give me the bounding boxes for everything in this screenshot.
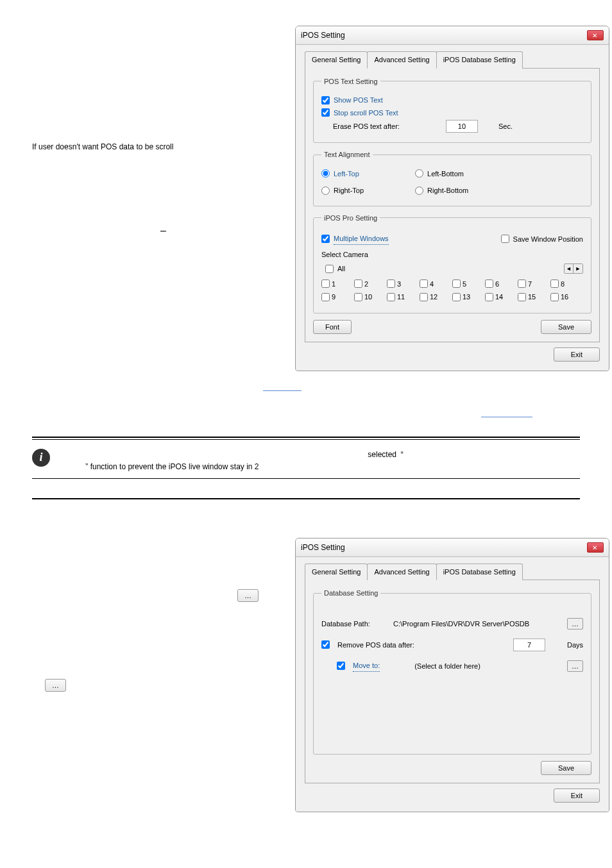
cam-6-checkbox[interactable] — [485, 280, 493, 288]
multiple-windows-label: Multiple Windows — [334, 233, 389, 245]
divider — [32, 437, 580, 438]
cam-5-checkbox[interactable] — [452, 280, 461, 288]
days-label: Days — [567, 640, 583, 651]
divider — [32, 478, 580, 479]
ipos-setting-dialog-database: iPOS Setting General Setting Advanced Se… — [295, 538, 609, 813]
ipos-pro-setting-group: iPOS Pro Setting Multiple Windows Save W… — [313, 213, 591, 313]
camera-grid: 1 2 3 4 5 6 7 8 9 10 11 12 13 — [321, 279, 583, 305]
right-bottom-label: Right-Bottom — [427, 185, 468, 196]
cam-13-checkbox[interactable] — [452, 293, 461, 301]
link-placeholder-1 — [263, 390, 302, 391]
stop-scroll-checkbox[interactable] — [321, 108, 330, 117]
save-window-position-checkbox[interactable] — [501, 235, 509, 243]
right-top-radio[interactable] — [321, 187, 330, 195]
show-pos-text-checkbox[interactable] — [321, 96, 330, 104]
select-camera-label: Select Camera — [321, 249, 583, 260]
titlebar: iPOS Setting — [296, 538, 609, 557]
font-button[interactable]: Font — [313, 320, 352, 334]
divider — [32, 439, 580, 440]
erase-seconds-input[interactable] — [446, 120, 478, 133]
ipos-pro-legend: iPOS Pro Setting — [321, 213, 380, 224]
cam-7-checkbox[interactable] — [518, 280, 526, 288]
left-bottom-radio[interactable] — [415, 169, 423, 178]
tab-database[interactable]: iPOS Database Setting — [436, 563, 523, 581]
remove-days-input[interactable] — [513, 638, 545, 651]
show-pos-text-label: Show POS Text — [334, 95, 383, 106]
cam-15-checkbox[interactable] — [518, 293, 526, 301]
ipos-setting-dialog-advanced: iPOS Setting General Setting Advanced Se… — [295, 26, 609, 371]
database-path-value: C:\Program Files\DVR\DVR Server\POSDB — [393, 619, 559, 630]
prev-icon[interactable]: ◄ — [565, 264, 574, 273]
move-to-placeholder: (Select a folder here) — [414, 661, 480, 672]
left-top-radio[interactable] — [321, 169, 330, 178]
tab-advanced[interactable]: Advanced Setting — [367, 51, 436, 69]
cam-14-checkbox[interactable] — [485, 293, 493, 301]
database-path-label: Database Path: — [321, 619, 386, 630]
stop-scroll-label: Stop scroll POS Text — [334, 108, 398, 119]
move-to-checkbox[interactable] — [337, 662, 345, 670]
browse-button-inline-1[interactable]: … — [237, 589, 259, 602]
move-to-label: Move to: — [353, 660, 380, 672]
sec-label: Sec. — [498, 121, 513, 132]
browse-move-to-button[interactable]: … — [567, 660, 583, 672]
multiple-windows-checkbox[interactable] — [321, 235, 330, 243]
cam-11-checkbox[interactable] — [387, 293, 395, 301]
link-placeholder-2 — [481, 417, 532, 417]
text-alignment-legend: Text Alignment — [321, 149, 373, 160]
erase-after-label: Erase POS text after: — [333, 121, 400, 132]
titlebar: iPOS Setting — [296, 26, 609, 45]
close-icon[interactable] — [587, 542, 604, 553]
save-button[interactable]: Save — [541, 761, 591, 775]
next-icon[interactable]: ► — [574, 264, 582, 273]
cam-16-checkbox[interactable] — [550, 293, 559, 301]
exit-button[interactable]: Exit — [554, 347, 600, 362]
tab-general[interactable]: General Setting — [305, 51, 368, 69]
database-setting-group: Database Setting Database Path: C:\Progr… — [313, 588, 591, 755]
tab-advanced[interactable]: Advanced Setting — [367, 563, 436, 581]
left-top-label: Left-Top — [334, 169, 359, 179]
dialog-title: iPOS Setting — [301, 542, 345, 553]
remove-pos-data-label: Remove POS data after: — [337, 640, 414, 651]
pos-text-legend: POS Text Setting — [321, 76, 380, 87]
divider — [32, 498, 580, 499]
database-legend: Database Setting — [321, 588, 380, 599]
cam-4-checkbox[interactable] — [420, 280, 428, 288]
camera-page-nav[interactable]: ◄► — [564, 263, 583, 274]
cam-12-checkbox[interactable] — [420, 293, 428, 301]
dialog-title: iPOS Setting — [301, 29, 345, 41]
intro-text: If user doesn't want POS data to be scro… — [32, 141, 282, 153]
info-icon: i — [32, 449, 50, 467]
right-bottom-radio[interactable] — [415, 187, 423, 195]
tab-general[interactable]: General Setting — [305, 563, 368, 581]
text-alignment-group: Text Alignment Left-Top Right-Top Left-B… — [313, 149, 591, 206]
cam-9-checkbox[interactable] — [321, 293, 330, 301]
pos-text-setting-group: POS Text Setting Show POS Text Stop scro… — [313, 76, 591, 144]
browse-button-inline-2[interactable]: … — [45, 679, 66, 692]
cam-3-checkbox[interactable] — [387, 280, 395, 288]
exit-button[interactable]: Exit — [554, 789, 600, 803]
browse-db-path-button[interactable]: … — [567, 618, 583, 630]
save-window-position-label: Save Window Position — [513, 234, 583, 245]
info-text: selected “ ” function to prevent the iPO… — [58, 449, 580, 473]
all-label: All — [337, 263, 345, 274]
info-note: i selected “ ” function to prevent the i… — [32, 445, 580, 477]
cam-8-checkbox[interactable] — [550, 280, 559, 288]
cam-10-checkbox[interactable] — [354, 293, 362, 301]
close-icon[interactable] — [587, 30, 604, 40]
tab-database[interactable]: iPOS Database Setting — [436, 51, 523, 69]
dash: – — [160, 223, 282, 238]
right-top-label: Right-Top — [334, 185, 364, 196]
all-cameras-checkbox[interactable] — [325, 265, 334, 273]
save-button[interactable]: Save — [541, 320, 591, 334]
remove-pos-data-checkbox[interactable] — [321, 640, 330, 649]
cam-2-checkbox[interactable] — [354, 280, 362, 288]
left-bottom-label: Left-Bottom — [427, 169, 464, 179]
cam-1-checkbox[interactable] — [321, 280, 330, 288]
